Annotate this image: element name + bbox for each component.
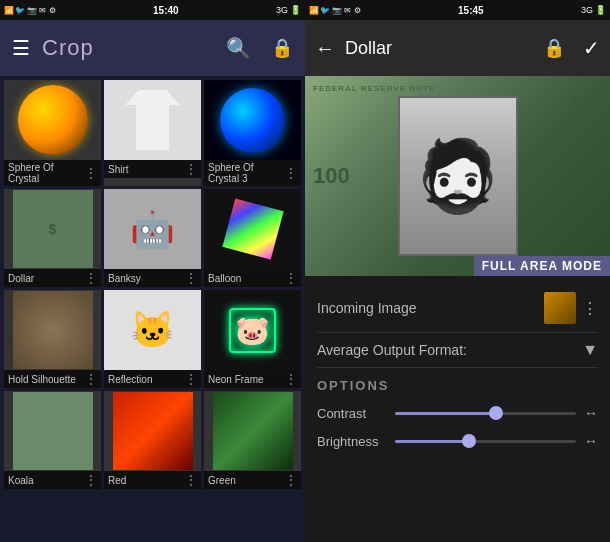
lock-button[interactable]: 🔒	[271, 37, 293, 59]
label-text: Red	[108, 475, 126, 486]
incoming-menu-dots[interactable]: ⋮	[582, 299, 598, 318]
left-header: ☰ Crop 🔍 🔒	[0, 20, 305, 76]
brightness-slider-fill	[395, 440, 467, 443]
sphere3-thumb	[220, 88, 285, 153]
left-panel: 📶 🐦 📷 ✉ ⚙ 15:40 3G 🔋 ☰ Crop 🔍 🔒 Sphere O…	[0, 0, 305, 542]
label-text: Hold Silhouette	[8, 374, 76, 385]
status-bar-left: 📶 🐦 📷 ✉ ⚙ 15:40 3G 🔋	[0, 0, 305, 20]
label-text: Neon Frame	[208, 374, 264, 385]
output-dropdown-arrow[interactable]: ▼	[582, 341, 598, 359]
green-thumb	[213, 392, 293, 470]
thumb-neon: 🐷	[204, 290, 301, 370]
confirm-button[interactable]: ✓	[583, 36, 600, 60]
thumb-red	[104, 391, 201, 471]
grid-item-shirt[interactable]: Shirt ⋮	[104, 80, 201, 186]
contrast-arrows: ↔	[584, 405, 598, 421]
grid-item-dollar[interactable]: $ Dollar ⋮	[4, 189, 101, 287]
wifi-icon-right: 📶	[309, 6, 319, 15]
battery-icon-right: 🔋	[595, 5, 606, 15]
incoming-image-row: Incoming Image ⋮	[317, 284, 598, 333]
brightness-slider-thumb[interactable]	[462, 434, 476, 448]
lock-button-right[interactable]: 🔒	[543, 37, 565, 59]
denomination-left: 100	[313, 163, 350, 189]
item-menu-dots[interactable]: ⋮	[285, 271, 297, 285]
neon-pig-thumb: 🐷	[229, 308, 276, 353]
brightness-slider-track[interactable]	[395, 440, 576, 443]
battery-icon: 🔋	[290, 5, 301, 15]
grid-item-sphere[interactable]: Sphere Of Crystal ⋮	[4, 80, 101, 186]
thumb-sphere3	[204, 80, 301, 160]
red-thumb	[113, 392, 193, 470]
search-button[interactable]: 🔍	[226, 36, 251, 60]
item-menu-dots[interactable]: ⋮	[285, 166, 297, 180]
banksy-face-thumb: 🤖	[130, 208, 175, 250]
grid-label-koala: Koala ⋮	[4, 471, 101, 489]
grid-label-banksy: Banksy ⋮	[104, 269, 201, 287]
grid-item-red[interactable]: Red ⋮	[104, 391, 201, 489]
dollar-text: $	[49, 221, 57, 237]
grid-item-banksy[interactable]: 🤖 Banksy ⋮	[104, 189, 201, 287]
denomination-right: 100	[572, 96, 602, 117]
wifi-icon: 📶	[4, 6, 14, 15]
grid-label-red: Red ⋮	[104, 471, 201, 489]
signal-icon: 3G	[276, 5, 288, 15]
portrait-face: 🧔	[414, 135, 501, 217]
status-right-icons-right: 3G 🔋	[581, 5, 606, 15]
status-time-right: 15:45	[458, 5, 484, 16]
item-menu-dots[interactable]: ⋮	[85, 473, 97, 487]
label-text: Dollar	[8, 273, 34, 284]
grid-item-hold[interactable]: Hold Silhouette ⋮	[4, 290, 101, 388]
grid-item-green[interactable]: Green ⋮	[204, 391, 301, 489]
item-menu-dots[interactable]: ⋮	[185, 372, 197, 386]
label-text: Shirt	[108, 164, 129, 175]
item-menu-dots[interactable]: ⋮	[85, 271, 97, 285]
thumb-reflection: 🐱	[104, 290, 201, 370]
item-menu-dots[interactable]: ⋮	[285, 372, 297, 386]
status-icons-left: 📶 🐦 📷 ✉ ⚙	[4, 6, 56, 15]
grid-label-neon: Neon Frame ⋮	[204, 370, 301, 388]
app-icons-right: 🐦 📷 ✉ ⚙	[320, 6, 361, 15]
label-text: Banksy	[108, 273, 141, 284]
item-menu-dots[interactable]: ⋮	[85, 372, 97, 386]
brightness-label: Brightness	[317, 434, 387, 449]
output-format-row: Average Output Format: ▼	[317, 333, 598, 368]
grid-item-balloon[interactable]: Balloon ⋮	[204, 189, 301, 287]
item-menu-dots[interactable]: ⋮	[185, 162, 197, 176]
label-text: Balloon	[208, 273, 241, 284]
grid-item-neon[interactable]: 🐷 Neon Frame ⋮	[204, 290, 301, 388]
balloon-cube-thumb	[222, 198, 283, 259]
signal-icon-right: 3G	[581, 5, 593, 15]
right-content-area: Incoming Image ⋮ Average Output Format: …	[305, 276, 610, 542]
status-icons-right: 📶 🐦 📷 ✉ ⚙	[309, 6, 361, 15]
item-menu-dots[interactable]: ⋮	[85, 166, 97, 180]
dollar-background: FEDERAL RESERVE NOTE 100 🧔 100	[305, 76, 610, 276]
output-format-label: Average Output Format:	[317, 342, 582, 358]
contrast-slider-thumb[interactable]	[489, 406, 503, 420]
shirt-thumb	[125, 90, 180, 150]
thumb-shirt	[104, 80, 201, 160]
options-section-header: OPTIONS	[317, 368, 598, 399]
item-menu-dots[interactable]: ⋮	[185, 271, 197, 285]
item-menu-dots[interactable]: ⋮	[285, 473, 297, 487]
koala-thumb	[13, 392, 93, 470]
contrast-slider-track[interactable]	[395, 412, 576, 415]
incoming-image-label: Incoming Image	[317, 300, 544, 316]
grid-label-sphere: Sphere Of Crystal ⋮	[4, 160, 101, 186]
item-menu-dots[interactable]: ⋮	[185, 473, 197, 487]
cat-thumb: 🐱	[130, 309, 175, 351]
dollar-thumb: $	[13, 190, 93, 268]
label-text: Sphere Of Crystal	[8, 162, 85, 184]
back-button[interactable]: ←	[315, 37, 335, 60]
grid-item-sphere3[interactable]: Sphere Of Crystal 3 ⋮	[204, 80, 301, 186]
hamburger-icon[interactable]: ☰	[12, 36, 30, 60]
grid-item-reflection[interactable]: 🐱 Reflection ⋮	[104, 290, 201, 388]
hold-thumb	[13, 291, 93, 369]
reserve-note-text: FEDERAL RESERVE NOTE	[313, 84, 435, 93]
grid-label-hold: Hold Silhouette ⋮	[4, 370, 101, 388]
grid-label-green: Green ⋮	[204, 471, 301, 489]
grid-item-koala[interactable]: Koala ⋮	[4, 391, 101, 489]
grid-label-dollar: Dollar ⋮	[4, 269, 101, 287]
contrast-slider-row: Contrast ↔	[317, 399, 598, 427]
app-icons: 🐦 📷 ✉ ⚙	[15, 6, 56, 15]
contrast-slider-fill	[395, 412, 495, 415]
